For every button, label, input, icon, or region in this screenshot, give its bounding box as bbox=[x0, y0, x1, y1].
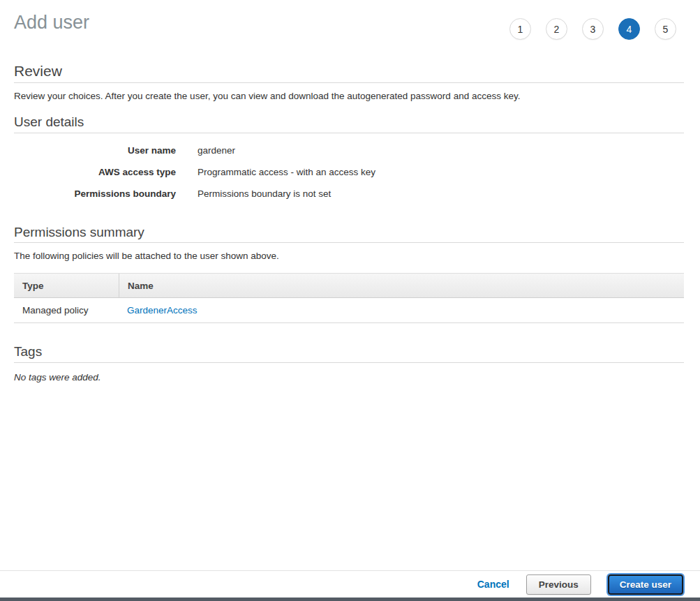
permissions-boundary-value: Permissions boundary is not set bbox=[198, 188, 331, 199]
user-name-value: gardener bbox=[198, 145, 235, 156]
permissions-boundary-label: Permissions boundary bbox=[14, 188, 176, 199]
review-divider bbox=[14, 82, 684, 83]
wizard-footer-bar: Cancel Previous Create user bbox=[0, 570, 700, 598]
user-name-label: User name bbox=[14, 145, 176, 156]
access-type-row: AWS access type Programmatic access - wi… bbox=[14, 161, 670, 183]
step-circle-3: 3 bbox=[582, 18, 604, 40]
bottom-edge-bar bbox=[0, 598, 700, 601]
step-2-label: 2 bbox=[554, 24, 560, 35]
tags-empty-message: No tags were added. bbox=[14, 372, 101, 383]
policy-type-cell: Managed policy bbox=[14, 298, 119, 322]
access-type-label: AWS access type bbox=[14, 167, 176, 177]
review-heading: Review bbox=[14, 63, 62, 80]
permissions-boundary-row: Permissions boundary Permissions boundar… bbox=[14, 183, 670, 205]
permissions-summary-heading: Permissions summary bbox=[14, 225, 144, 240]
policies-table: Type Name Managed policy GardenerAccess bbox=[14, 273, 684, 323]
tags-divider bbox=[14, 362, 684, 363]
user-details-heading: User details bbox=[14, 114, 84, 130]
column-header-name: Name bbox=[119, 274, 684, 297]
access-type-value: Programmatic access - with an access key bbox=[198, 167, 375, 177]
step-3-label: 3 bbox=[590, 24, 596, 35]
column-header-type: Type bbox=[14, 274, 119, 297]
create-user-button[interactable]: Create user bbox=[608, 574, 683, 595]
user-name-row: User name gardener bbox=[14, 140, 670, 161]
policy-name-cell: GardenerAccess bbox=[119, 298, 684, 322]
add-user-wizard-page: Add user 1 2 3 4 5 Review Review your ch… bbox=[0, 0, 700, 601]
user-details-divider bbox=[14, 133, 684, 133]
step-circle-5: 5 bbox=[655, 18, 676, 40]
step-indicator: 1 2 3 4 5 bbox=[509, 18, 676, 40]
policies-table-header: Type Name bbox=[14, 273, 684, 298]
policy-name-link[interactable]: GardenerAccess bbox=[127, 305, 198, 316]
page-title: Add user bbox=[14, 12, 89, 34]
permissions-summary-divider bbox=[14, 242, 684, 243]
tags-heading: Tags bbox=[14, 344, 42, 359]
permissions-summary-description: The following policies will be attached … bbox=[14, 251, 279, 261]
step-circle-4-active: 4 bbox=[618, 18, 640, 40]
policy-table-row: Managed policy GardenerAccess bbox=[14, 298, 684, 323]
step-1-label: 1 bbox=[518, 24, 523, 35]
step-5-label: 5 bbox=[663, 24, 669, 35]
step-4-label: 4 bbox=[627, 24, 632, 35]
step-circle-2: 2 bbox=[546, 18, 567, 40]
review-description: Review your choices. After you create th… bbox=[14, 91, 520, 101]
step-circle-1: 1 bbox=[509, 18, 531, 40]
previous-button[interactable]: Previous bbox=[526, 574, 591, 595]
cancel-button[interactable]: Cancel bbox=[477, 579, 509, 590]
user-details-list: User name gardener AWS access type Progr… bbox=[14, 140, 670, 205]
